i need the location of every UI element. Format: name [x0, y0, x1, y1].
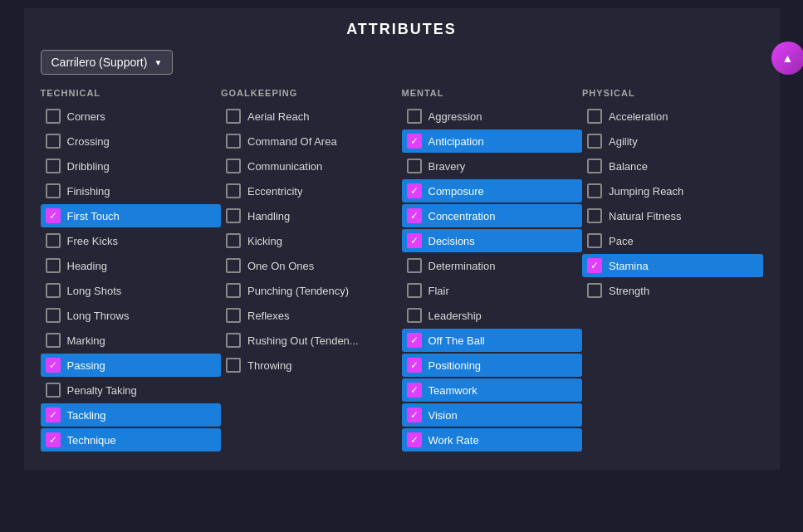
mental-label-10: Positioning — [428, 359, 482, 372]
physical-item-7[interactable]: Strength — [582, 279, 763, 302]
technical-item-0[interactable]: Corners — [41, 105, 222, 128]
technical-column: TECHNICAL CornersCrossingDribblingFinish… — [41, 88, 222, 453]
physical-label-7: Strength — [609, 285, 649, 297]
mental-item-7[interactable]: Flair — [402, 279, 583, 302]
technical-label-10: Passing — [67, 359, 105, 372]
technical-label-7: Long Shots — [67, 285, 122, 297]
goalkeeping-label-0: Aerial Reach — [247, 110, 309, 123]
physical-item-6[interactable]: ✓Stamina — [582, 254, 763, 277]
goalkeeping-item-1[interactable]: Command Of Area — [221, 129, 402, 153]
mental-item-3[interactable]: ✓Composure — [402, 179, 583, 203]
physical-column: PHYSICAL AccelerationAgilityBalanceJumpi… — [582, 88, 763, 453]
mental-label-7: Flair — [428, 285, 449, 297]
technical-checkbox-9 — [46, 333, 61, 348]
physical-item-0[interactable]: Acceleration — [582, 105, 763, 128]
technical-item-4[interactable]: ✓First Touch — [41, 204, 222, 227]
mental-item-10[interactable]: ✓Positioning — [402, 354, 583, 377]
physical-checkbox-5 — [587, 233, 602, 248]
goalkeeping-checkbox-8 — [226, 308, 241, 323]
avatar: ▲ — [771, 41, 804, 75]
technical-label-1: Crossing — [67, 135, 110, 148]
goalkeeping-label-10: Throwing — [247, 359, 291, 372]
technical-checkbox-3 — [46, 183, 61, 198]
mental-label-8: Leadership — [428, 310, 482, 322]
physical-checkbox-2 — [587, 159, 602, 173]
technical-item-11[interactable]: Penalty Taking — [41, 378, 222, 402]
technical-item-10[interactable]: ✓Passing — [41, 354, 222, 377]
mental-item-5[interactable]: ✓Decisions — [402, 229, 583, 252]
technical-item-6[interactable]: Heading — [41, 254, 222, 277]
technical-item-1[interactable]: Crossing — [41, 129, 222, 153]
technical-label-11: Penalty Taking — [67, 384, 137, 397]
mental-label-12: Vision — [428, 409, 458, 422]
physical-label-6: Stamina — [609, 260, 649, 272]
technical-checkbox-6 — [46, 258, 61, 273]
physical-label-2: Balance — [609, 160, 648, 173]
physical-label-1: Agility — [609, 135, 638, 148]
physical-checkbox-3 — [587, 183, 602, 198]
goalkeeping-label-3: Eccentricity — [247, 185, 302, 198]
goalkeeping-item-10[interactable]: Throwing — [221, 354, 402, 377]
goalkeeping-item-5[interactable]: Kicking — [221, 229, 402, 252]
goalkeeping-item-3[interactable]: Eccentricity — [221, 179, 402, 203]
physical-checkbox-7 — [587, 283, 602, 298]
goalkeeping-item-6[interactable]: One On Ones — [221, 254, 402, 277]
physical-item-2[interactable]: Balance — [582, 154, 763, 178]
technical-checkbox-1 — [46, 134, 61, 149]
technical-item-12[interactable]: ✓Tackling — [41, 403, 222, 427]
mental-item-0[interactable]: Aggression — [402, 105, 583, 128]
mental-item-4[interactable]: ✓Concentration — [402, 204, 583, 227]
check-mark-icon: ✓ — [410, 385, 419, 395]
physical-label-5: Pace — [609, 235, 634, 247]
technical-item-2[interactable]: Dribbling — [41, 154, 222, 178]
mental-item-1[interactable]: ✓Anticipation — [402, 129, 583, 153]
mental-label-4: Concentration — [428, 210, 496, 222]
physical-items: AccelerationAgilityBalanceJumping ReachN… — [582, 105, 763, 302]
physical-header: PHYSICAL — [582, 88, 763, 98]
mental-checkbox-3: ✓ — [407, 183, 422, 198]
goalkeeping-item-8[interactable]: Reflexes — [221, 304, 402, 327]
goalkeeping-item-0[interactable]: Aerial Reach — [221, 105, 402, 128]
technical-checkbox-5 — [46, 233, 61, 248]
goalkeeping-item-2[interactable]: Communication — [221, 154, 402, 178]
mental-checkbox-10: ✓ — [407, 358, 422, 373]
goalkeeping-item-9[interactable]: Rushing Out (Tenden... — [221, 329, 402, 352]
goalkeeping-label-2: Communication — [247, 160, 322, 173]
mental-item-2[interactable]: Bravery — [402, 154, 583, 178]
goalkeeping-header: GOALKEEPING — [221, 88, 402, 98]
mental-item-8[interactable]: Leadership — [402, 304, 583, 327]
goalkeeping-checkbox-2 — [226, 159, 241, 173]
physical-checkbox-4 — [587, 208, 602, 223]
physical-item-1[interactable]: Agility — [582, 129, 763, 153]
mental-item-12[interactable]: ✓Vision — [402, 403, 583, 427]
mental-item-9[interactable]: ✓Off The Ball — [402, 329, 583, 352]
physical-checkbox-1 — [587, 134, 602, 149]
mental-item-11[interactable]: ✓Teamwork — [402, 378, 583, 402]
physical-item-4[interactable]: Natural Fitness — [582, 204, 763, 227]
chevron-down-icon: ▼ — [154, 58, 162, 67]
physical-item-5[interactable]: Pace — [582, 229, 763, 252]
technical-item-3[interactable]: Finishing — [41, 179, 222, 203]
check-mark-icon: ✓ — [410, 435, 419, 445]
mental-checkbox-13: ✓ — [407, 432, 422, 447]
check-mark-icon: ✓ — [49, 211, 57, 221]
goalkeeping-item-7[interactable]: Punching (Tendency) — [221, 279, 402, 302]
technical-item-13[interactable]: ✓Technique — [41, 428, 222, 451]
page-title: ATTRIBUTES — [41, 21, 763, 38]
mental-item-13[interactable]: ✓Work Rate — [402, 428, 583, 451]
mental-checkbox-7 — [407, 283, 422, 298]
goalkeeping-item-4[interactable]: Handling — [221, 204, 402, 227]
technical-item-9[interactable]: Marking — [41, 329, 222, 352]
technical-checkbox-7 — [46, 283, 61, 298]
mental-label-13: Work Rate — [428, 434, 479, 447]
role-selector[interactable]: Carrilero (Support) ▼ — [41, 50, 174, 75]
technical-checkbox-10: ✓ — [46, 358, 61, 373]
mental-checkbox-4: ✓ — [407, 208, 422, 223]
technical-item-7[interactable]: Long Shots — [41, 279, 222, 302]
physical-label-0: Acceleration — [609, 110, 668, 123]
goalkeeping-checkbox-4 — [226, 208, 241, 223]
physical-item-3[interactable]: Jumping Reach — [582, 179, 763, 203]
technical-item-8[interactable]: Long Throws — [41, 304, 222, 327]
mental-item-6[interactable]: Determination — [402, 254, 583, 277]
technical-item-5[interactable]: Free Kicks — [41, 229, 222, 252]
